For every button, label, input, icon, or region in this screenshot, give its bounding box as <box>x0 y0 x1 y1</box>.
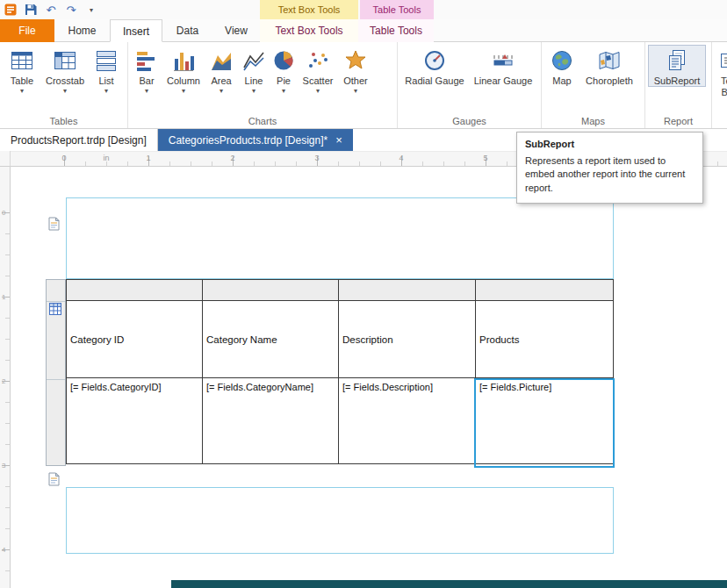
crosstab-button[interactable]: Crosstab ▾ <box>41 45 89 96</box>
pie-chart-button[interactable]: Pie ▾ <box>270 45 298 96</box>
chevron-down-icon: ▾ <box>252 88 256 95</box>
redo-icon[interactable]: ↷ <box>64 3 78 17</box>
ruler-label: 0 <box>61 154 66 162</box>
ribbon-group-gauges: Radial Gauge Linear Gauge Gauges <box>398 42 542 128</box>
header-cell-products[interactable]: Products <box>476 301 613 377</box>
undo-icon[interactable]: ↶ <box>44 3 58 17</box>
line-chart-button[interactable]: Line ▾ <box>238 45 270 96</box>
button-label: Text Box <box>717 75 727 98</box>
area-chart-icon <box>209 48 234 73</box>
close-icon[interactable]: × <box>335 134 342 146</box>
linear-gauge-button[interactable]: Linear Gauge <box>469 45 537 87</box>
chevron-down-icon: ▾ <box>220 88 223 95</box>
chevron-down-icon: ▾ <box>182 88 185 95</box>
chevron-down-icon: ▾ <box>354 88 357 95</box>
table-column-strip[interactable] <box>67 280 613 301</box>
tab-file[interactable]: File <box>0 19 54 42</box>
map-globe-icon <box>550 48 574 73</box>
group-name-maps: Maps <box>542 116 644 126</box>
chevron-down-icon: ▾ <box>282 88 285 95</box>
ruler-label: 1 <box>2 293 5 301</box>
crosstab-icon <box>53 48 77 73</box>
scatter-chart-button[interactable]: Scatter ▾ <box>298 45 338 96</box>
list-icon <box>94 48 119 73</box>
choropleth-button[interactable]: Choropleth <box>579 45 639 87</box>
button-label: Other <box>343 75 368 86</box>
tab-textbox-tools[interactable]: Text Box Tools <box>260 19 358 42</box>
button-label: SubReport <box>654 75 701 86</box>
row-handle[interactable] <box>47 280 65 302</box>
tab-table-tools[interactable]: Table Tools <box>358 19 434 42</box>
button-label: Choropleth <box>586 75 633 86</box>
data-cell-categoryid[interactable]: [= Fields.CategoryID] <box>67 378 203 463</box>
report-designer-window: ↶ ↷ ▾ Text Box Tools Table Tools File Ho… <box>0 0 727 588</box>
subreport-icon <box>665 48 689 73</box>
map-button[interactable]: Map <box>544 45 579 87</box>
ribbon-group-charts: Bar ▾ Column ▾ Area ▾ Line ▾ Pie ▾ <box>128 42 398 128</box>
bar-chart-button[interactable]: Bar ▾ <box>131 45 162 96</box>
header-cell-category-name[interactable]: Category Name <box>203 301 339 377</box>
column-handle[interactable] <box>203 280 339 300</box>
selected-cell-adorner[interactable] <box>474 378 615 468</box>
header-cell-category-id[interactable]: Category ID <box>67 301 203 377</box>
column-handle[interactable] <box>476 280 613 300</box>
tab-view[interactable]: View <box>212 19 260 42</box>
design-surface[interactable]: Category ID Category Name Description Pr… <box>11 167 727 588</box>
button-label: Column <box>167 75 200 86</box>
tooltip-title: SubReport <box>525 139 695 149</box>
ruler-label: 3 <box>314 154 319 162</box>
subreport-button[interactable]: SubReport <box>648 45 706 87</box>
ruler-label: 2 <box>2 377 5 385</box>
area-chart-button[interactable]: Area ▾ <box>205 45 238 96</box>
button-label: Scatter <box>303 75 334 86</box>
ruler-label: 0 <box>2 209 5 217</box>
column-chart-button[interactable]: Column ▾ <box>162 45 205 96</box>
table-button[interactable]: Table ▾ <box>3 45 41 96</box>
ruler-label: 2 <box>230 154 234 162</box>
page-header-section[interactable] <box>66 197 614 279</box>
column-handle[interactable] <box>339 280 476 300</box>
column-chart-icon <box>171 48 196 73</box>
doc-tab-productsreport[interactable]: ProductsReport.trdp [Design] <box>0 129 158 151</box>
tab-data[interactable]: Data <box>162 19 212 42</box>
button-label: Pie <box>277 75 291 86</box>
ruler-label: 3 <box>2 462 5 470</box>
ribbon-insert-content: Table ▾ Crosstab ▾ List ▾ Tables Bar ▾ <box>0 42 727 129</box>
page-footer-section[interactable] <box>66 487 614 554</box>
pie-chart-icon <box>271 48 296 73</box>
ruler-unit-label: in <box>103 154 109 162</box>
app-icon[interactable] <box>4 3 18 17</box>
line-chart-icon <box>241 48 266 73</box>
chevron-down-icon: ▾ <box>104 88 108 95</box>
list-button[interactable]: List ▾ <box>89 45 124 96</box>
contextual-header-table-tools: Table Tools <box>360 0 434 19</box>
tab-insert[interactable]: Insert <box>110 19 162 42</box>
bar-chart-icon <box>134 48 159 73</box>
chevron-down-icon: ▾ <box>20 88 24 95</box>
qat-customize-icon[interactable]: ▾ <box>84 3 98 17</box>
data-cell-description[interactable]: [= Fields.Description] <box>339 378 476 463</box>
header-cell-description[interactable]: Description <box>339 301 476 377</box>
page-header-section-icon[interactable] <box>48 217 60 231</box>
other-chart-icon <box>343 48 368 73</box>
save-icon[interactable] <box>24 3 38 17</box>
button-label: Crosstab <box>46 75 84 86</box>
radial-gauge-button[interactable]: Radial Gauge <box>400 45 469 87</box>
page-footer-section-icon[interactable] <box>48 472 60 486</box>
table-section-icon[interactable] <box>49 303 61 318</box>
ribbon-group-report: SubReport Report <box>645 42 712 128</box>
button-label: Area <box>211 75 231 86</box>
other-chart-button[interactable]: Other ▾ <box>338 45 373 96</box>
data-cell-categoryname[interactable]: [= Fields.CategoryName] <box>203 378 339 463</box>
tab-home[interactable]: Home <box>54 19 110 42</box>
doc-tab-categoriesproducts[interactable]: CategoriesProducts.trdp [Design]* × <box>158 129 353 151</box>
textbox-button[interactable]: Text Box <box>715 45 727 99</box>
ruler-label: 4 <box>399 154 403 162</box>
vertical-ruler: 0 1 2 3 4 <box>0 167 11 588</box>
row-handle[interactable] <box>47 380 65 465</box>
doc-tab-label: CategoriesProducts.trdp [Design]* <box>169 134 328 147</box>
group-name-report: Report <box>645 116 711 126</box>
button-label: Table <box>11 75 33 86</box>
ruler-label: 4 <box>2 546 5 554</box>
column-handle[interactable] <box>67 280 203 300</box>
